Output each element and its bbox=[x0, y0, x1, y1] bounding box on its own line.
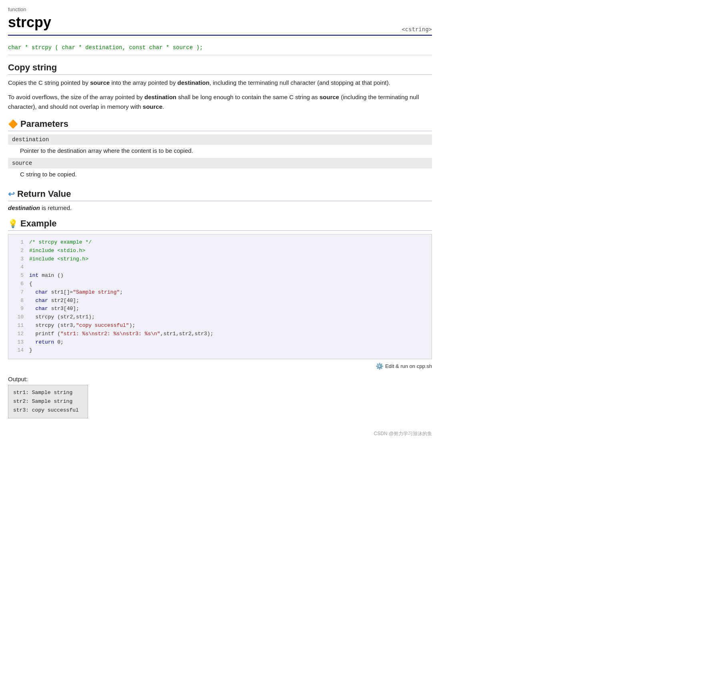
copy-string-heading: Copy string bbox=[8, 62, 432, 75]
cpp-sh-btn-row: ⚙️ Edit & run on cpp.sh bbox=[8, 362, 432, 370]
param-destination: destination Pointer to the destination a… bbox=[8, 134, 432, 158]
param-destination-name: destination bbox=[8, 134, 432, 145]
param-destination-desc: Pointer to the destination array where t… bbox=[8, 145, 432, 158]
cpp-sh-icon: ⚙️ bbox=[376, 362, 384, 370]
output-block: str1: Sample string str2: Sample string … bbox=[8, 385, 88, 418]
parameters-heading: 🔶 Parameters bbox=[8, 119, 432, 131]
code-block: 1/* strcpy example */ 2#include <stdio.h… bbox=[8, 234, 432, 359]
return-value-icon: ↩ bbox=[8, 189, 15, 199]
cpp-sh-link[interactable]: ⚙️ Edit & run on cpp.sh bbox=[376, 362, 432, 370]
code-line-13: 13 return 0; bbox=[8, 338, 432, 347]
code-line-3: 3#include <string.h> bbox=[8, 255, 432, 264]
example-heading: 💡 Example bbox=[8, 218, 432, 231]
param-source-desc: C string to be copied. bbox=[8, 168, 432, 182]
header-row: strcpy <cstring> bbox=[8, 14, 432, 36]
code-line-4: 4 bbox=[8, 263, 432, 272]
param-source-name: source bbox=[8, 158, 432, 168]
code-line-2: 2#include <stdio.h> bbox=[8, 247, 432, 255]
breadcrumb: function bbox=[8, 6, 432, 12]
code-line-7: 7 char str1[]="Sample string"; bbox=[8, 288, 432, 297]
code-line-9: 9 char str3[40]; bbox=[8, 305, 432, 313]
code-line-8: 8 char str2[40]; bbox=[8, 297, 432, 305]
cpp-sh-label: Edit & run on cpp.sh bbox=[385, 363, 432, 369]
example-icon: 💡 bbox=[8, 219, 18, 228]
code-line-1: 1/* strcpy example */ bbox=[8, 238, 432, 247]
parameters-icon: 🔶 bbox=[8, 119, 18, 129]
signature-block: char * strcpy ( char * destination, cons… bbox=[8, 40, 432, 55]
output-line-2: str2: Sample string bbox=[13, 397, 83, 406]
description-2: To avoid overflows, the size of the arra… bbox=[8, 92, 432, 112]
code-line-12: 12 printf ("str1: %s\nstr2: %s\nstr3: %s… bbox=[8, 330, 432, 338]
output-line-3: str3: copy successful bbox=[13, 406, 83, 415]
description-1: Copies the C string pointed by source in… bbox=[8, 78, 432, 88]
output-line-1: str1: Sample string bbox=[13, 388, 83, 397]
param-source: source C string to be copied. bbox=[8, 158, 432, 182]
code-line-11: 11 strcpy (str3,"copy successful"); bbox=[8, 322, 432, 330]
return-value-heading: ↩ Return Value bbox=[8, 189, 432, 201]
code-line-6: 6{ bbox=[8, 280, 432, 288]
function-signature: char * strcpy ( char * destination, cons… bbox=[8, 44, 203, 51]
return-desc: destination is returned. bbox=[8, 204, 432, 211]
cstring-badge: <cstring> bbox=[402, 26, 432, 32]
code-line-14: 14} bbox=[8, 346, 432, 355]
output-label: Output: bbox=[8, 376, 432, 382]
footer: CSDN @努力学习游泳的鱼 bbox=[8, 430, 432, 437]
code-line-10: 10 strcpy (str2,str1); bbox=[8, 313, 432, 322]
code-line-5: 5int main () bbox=[8, 272, 432, 280]
page-title: strcpy bbox=[8, 14, 51, 31]
